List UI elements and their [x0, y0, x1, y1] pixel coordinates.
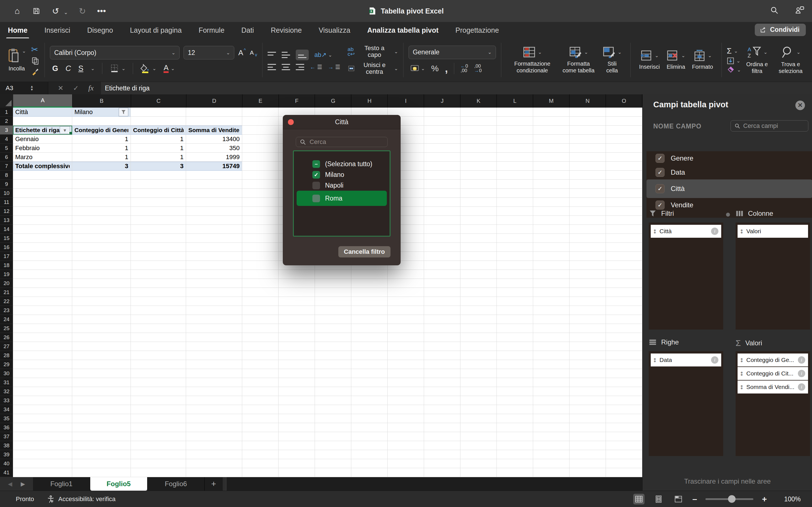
- row-header-32[interactable]: 32: [0, 387, 13, 396]
- area-pill-citt-[interactable]: ●●Cittài: [651, 225, 721, 238]
- cell-C40[interactable]: [131, 459, 186, 468]
- cell-O25[interactable]: [606, 324, 642, 333]
- cell-A31[interactable]: [13, 378, 72, 387]
- cell-H29[interactable]: [351, 360, 388, 369]
- cell-F30[interactable]: [278, 369, 315, 378]
- cell-E21[interactable]: [242, 288, 278, 297]
- cell-A14[interactable]: [13, 225, 72, 234]
- italic-button[interactable]: C: [65, 64, 71, 73]
- column-header-O[interactable]: O: [606, 94, 642, 108]
- filter-item-milano[interactable]: ✓Milano: [297, 169, 387, 180]
- cell-M32[interactable]: [533, 387, 569, 396]
- cell-A34[interactable]: [13, 405, 72, 414]
- field-item-città[interactable]: ✓Città: [647, 179, 812, 198]
- cell-J13[interactable]: [424, 216, 460, 225]
- cell-L20[interactable]: [497, 279, 533, 288]
- cell-K7[interactable]: [460, 162, 497, 171]
- cell-D40[interactable]: [186, 459, 242, 468]
- cell-E41[interactable]: [242, 468, 278, 477]
- cell-B22[interactable]: [72, 297, 131, 306]
- cell-A15[interactable]: [13, 234, 72, 243]
- cell-M12[interactable]: [533, 207, 569, 216]
- cell-C24[interactable]: [131, 315, 186, 324]
- cell-M19[interactable]: [533, 270, 569, 279]
- cell-K2[interactable]: [460, 117, 497, 126]
- cell-O16[interactable]: [606, 243, 642, 252]
- cell-B40[interactable]: [72, 459, 131, 468]
- sheet-tab-foglio1[interactable]: Foglio1: [33, 477, 90, 491]
- cell-K30[interactable]: [460, 369, 497, 378]
- cell-E36[interactable]: [242, 423, 278, 432]
- ribbon-tab-dati[interactable]: Dati: [241, 24, 254, 36]
- decrease-font-icon[interactable]: Av: [250, 48, 257, 57]
- cell-H20[interactable]: [351, 279, 388, 288]
- ribbon-tab-visualizza[interactable]: Visualizza: [318, 24, 351, 36]
- cell-A13[interactable]: [13, 216, 72, 225]
- sheet-tab-foglio5[interactable]: Foglio5: [90, 477, 147, 491]
- cell-I40[interactable]: [388, 459, 424, 468]
- cell-F31[interactable]: [278, 378, 315, 387]
- row-header-35[interactable]: 35: [0, 414, 13, 423]
- cell-C11[interactable]: [131, 198, 186, 207]
- cell-A28[interactable]: [13, 351, 72, 360]
- cell-K28[interactable]: [460, 351, 497, 360]
- cell-H25[interactable]: [351, 324, 388, 333]
- cell-J39[interactable]: [424, 450, 460, 459]
- cell-C8[interactable]: [131, 171, 186, 180]
- area-pill-conteggio-di-cit-[interactable]: ●●Conteggio di Cit...i: [738, 367, 808, 380]
- fill-handle[interactable]: [69, 131, 72, 135]
- cell-G32[interactable]: [315, 387, 351, 396]
- cell-F19[interactable]: [278, 270, 315, 279]
- cell-E34[interactable]: [242, 405, 278, 414]
- cell-N10[interactable]: [569, 189, 606, 198]
- cell-M20[interactable]: [533, 279, 569, 288]
- cell-E17[interactable]: [242, 252, 278, 261]
- cell-B26[interactable]: [72, 333, 131, 342]
- number-format-select[interactable]: Generale⌄: [409, 46, 496, 59]
- cell-K4[interactable]: [460, 135, 497, 144]
- font-name-select[interactable]: Calibri (Corpo)⌄: [50, 46, 180, 59]
- cell-A29[interactable]: [13, 360, 72, 369]
- cell-C16[interactable]: [131, 243, 186, 252]
- ribbon-tab-home[interactable]: Home: [7, 24, 28, 36]
- cell-B4[interactable]: 1: [72, 135, 131, 144]
- drag-handle-icon[interactable]: ●●: [741, 385, 743, 389]
- cancel-icon[interactable]: ✕: [58, 84, 63, 92]
- cell-O30[interactable]: [606, 369, 642, 378]
- cell-C13[interactable]: [131, 216, 186, 225]
- cell-H39[interactable]: [351, 450, 388, 459]
- cell-K36[interactable]: [460, 423, 497, 432]
- cell-D13[interactable]: [186, 216, 242, 225]
- paste-button[interactable]: ⌄ Incolla: [4, 48, 29, 72]
- cell-I35[interactable]: [388, 414, 424, 423]
- accessibility-status[interactable]: Accessibilità: verifica: [47, 495, 116, 503]
- page-break-view-icon[interactable]: [673, 494, 684, 504]
- cell-M15[interactable]: [533, 234, 569, 243]
- account-feedback-icon[interactable]: [795, 6, 805, 15]
- cell-C4[interactable]: 1: [131, 135, 186, 144]
- cell-A21[interactable]: [13, 288, 72, 297]
- cell-N31[interactable]: [569, 378, 606, 387]
- cell-L17[interactable]: [497, 252, 533, 261]
- cell-M35[interactable]: [533, 414, 569, 423]
- info-icon[interactable]: i: [711, 356, 718, 363]
- cell-M25[interactable]: [533, 324, 569, 333]
- cell-E29[interactable]: [242, 360, 278, 369]
- drag-handle-icon[interactable]: ●●: [654, 358, 656, 362]
- cell-L8[interactable]: [497, 171, 533, 180]
- cell-A39[interactable]: [13, 450, 72, 459]
- cell-J37[interactable]: [424, 432, 460, 441]
- column-header-A[interactable]: A: [13, 94, 72, 108]
- cell-N11[interactable]: [569, 198, 606, 207]
- cell-G40[interactable]: [315, 459, 351, 468]
- cell-A41[interactable]: [13, 468, 72, 477]
- row-header-26[interactable]: 26: [0, 333, 13, 342]
- cell-A20[interactable]: [13, 279, 72, 288]
- cell-O17[interactable]: [606, 252, 642, 261]
- cell-F29[interactable]: [278, 360, 315, 369]
- cell-C9[interactable]: [131, 180, 186, 189]
- name-box[interactable]: A3 ▲▼: [0, 82, 48, 94]
- column-header-E[interactable]: E: [243, 94, 279, 108]
- cell-G21[interactable]: [315, 288, 351, 297]
- cell-F37[interactable]: [278, 432, 315, 441]
